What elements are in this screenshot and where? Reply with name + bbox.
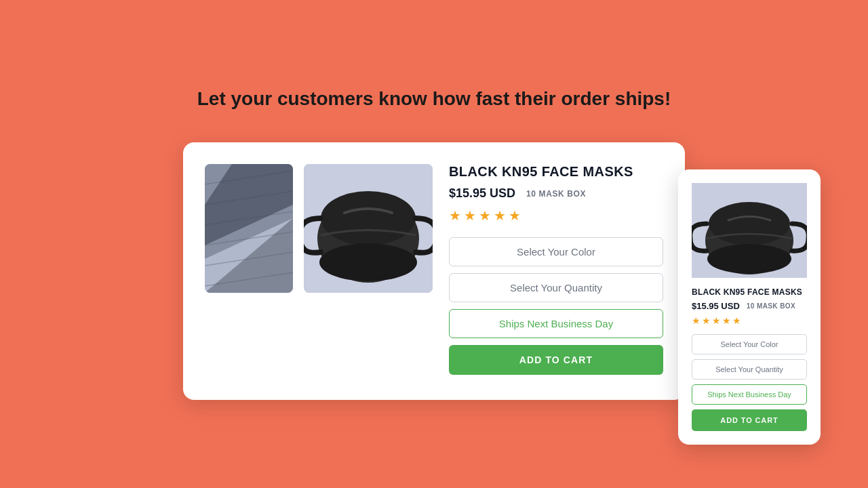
- small-product-price: $15.95 USD: [692, 301, 740, 311]
- star-5: ★: [509, 207, 521, 224]
- small-star-2: ★: [702, 315, 711, 326]
- small-star-5: ★: [732, 315, 741, 326]
- add-to-cart-button[interactable]: ADD TO CART: [449, 345, 663, 375]
- small-add-to-cart-button[interactable]: ADD TO CART: [692, 409, 807, 431]
- svg-point-13: [319, 243, 417, 281]
- product-title: BLACK KN95 FACE MASKS: [449, 164, 663, 180]
- small-select-color-button[interactable]: Select Your Color: [692, 334, 807, 354]
- price-row: $15.95 USD 10 MASK BOX: [449, 186, 663, 201]
- select-quantity-button[interactable]: Select Your Quantity: [449, 273, 663, 302]
- star-3: ★: [479, 207, 491, 224]
- svg-point-16: [709, 202, 790, 245]
- small-product-card: BLACK KN95 FACE MASKS $15.95 USD 10 MASK…: [678, 169, 821, 445]
- ships-next-business-day-button[interactable]: Ships Next Business Day: [449, 309, 663, 338]
- product-price: $15.95 USD: [449, 186, 515, 201]
- svg-point-12: [321, 191, 416, 245]
- star-rating: ★ ★ ★ ★ ★: [449, 207, 663, 224]
- small-product-title: BLACK KN95 FACE MASKS: [692, 287, 807, 297]
- small-ships-next-business-day-button[interactable]: Ships Next Business Day: [692, 384, 807, 405]
- small-select-quantity-button[interactable]: Select Your Quantity: [692, 359, 807, 380]
- large-card-info: BLACK KN95 FACE MASKS $15.95 USD 10 MASK…: [449, 164, 663, 375]
- small-star-4: ★: [722, 315, 731, 326]
- small-price-row: $15.95 USD 10 MASK BOX: [692, 301, 807, 311]
- large-product-card: BLACK KN95 FACE MASKS $15.95 USD 10 MASK…: [183, 142, 685, 400]
- product-image-closeup: [205, 164, 293, 293]
- small-star-3: ★: [712, 315, 721, 326]
- star-2: ★: [464, 207, 476, 224]
- select-color-button[interactable]: Select Your Color: [449, 237, 663, 266]
- star-4: ★: [494, 207, 506, 224]
- small-star-rating: ★ ★ ★ ★ ★: [692, 315, 807, 326]
- small-product-badge: 10 MASK BOX: [747, 302, 795, 310]
- cards-wrapper: BLACK KN95 FACE MASKS $15.95 USD 10 MASK…: [183, 142, 685, 400]
- product-badge: 10 MASK BOX: [526, 189, 586, 199]
- product-image-main: [304, 164, 433, 293]
- svg-point-17: [707, 244, 791, 274]
- small-product-image: [692, 183, 807, 278]
- product-images: [205, 164, 433, 293]
- page-headline: Let your customers know how fast their o…: [197, 88, 671, 110]
- star-1: ★: [449, 207, 461, 224]
- small-star-1: ★: [692, 315, 701, 326]
